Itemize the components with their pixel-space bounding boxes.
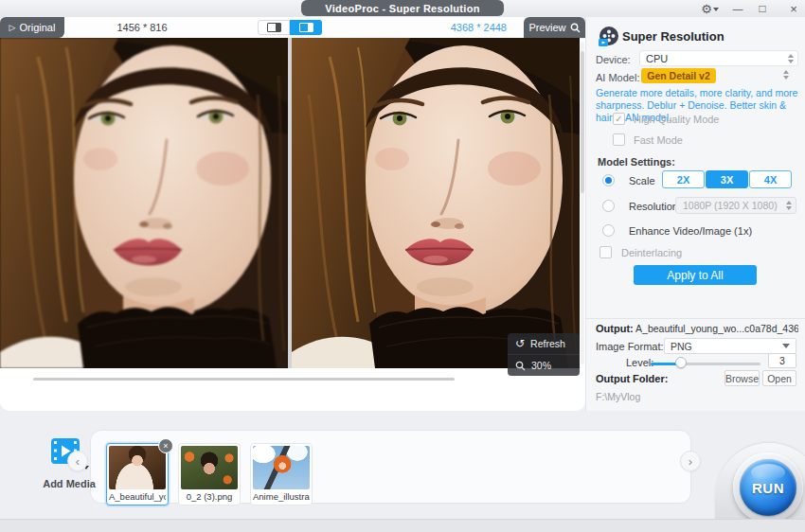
check-icon: ✓ [615,114,622,124]
image-format-label: Image Format: [596,341,664,352]
tab-original[interactable]: ▷ Original [0,17,64,38]
dropdown-caret-icon [782,344,790,348]
zoom-level-value: 30% [531,360,551,371]
zoom-magnifier-icon [515,361,526,371]
scale-3x-button[interactable]: 3X [706,170,748,188]
preview-zoom-overlay: ↺ Refresh 30% [508,333,580,376]
scale-options: 2X 3X 4X [662,170,792,188]
browse-button[interactable]: Browse [724,370,760,386]
apply-to-all-button[interactable]: Apply to All [634,265,757,285]
settings-caret-icon [713,8,719,11]
fast-mode-checkbox[interactable] [613,133,625,146]
output-resolution: 4368 * 2448 [407,17,507,38]
run-button-bezel: RUN [733,452,803,523]
output-label: Output: [596,323,634,334]
media-caption-1: A_beautiful_young [109,491,166,502]
original-resolution: 1456 * 816 [90,17,194,38]
high-quality-label: High Quality Mode [634,114,720,125]
ai-model-badge[interactable]: Gen Detail v2 [641,68,716,83]
zoom-level-button[interactable]: 30% [508,354,580,376]
level-value[interactable]: 3 [768,353,796,368]
output-filename: A_beautiful_young_wo...c0a78d_4368x2448.… [635,323,798,334]
chevron-left-icon: ‹ [76,454,80,469]
view-mode-toggles [258,20,322,35]
super-resolution-icon [596,25,620,49]
enhance-label: Enhance Video/Image (1x) [629,225,752,237]
deinterlacing-checkbox[interactable] [599,246,612,258]
vertical-scrollbar[interactable] [581,42,584,364]
scale-label: Scale [629,175,655,186]
refresh-button[interactable]: ↺ Refresh [508,333,580,354]
resolution-select[interactable]: 1080P (1920 X 1080) [675,197,796,214]
refresh-label: Refresh [530,338,565,349]
image-format-select[interactable]: PNG [664,338,796,354]
output-folder-label: Output Folder: [596,373,668,384]
run-button[interactable]: RUN [740,459,796,516]
horizontal-scrollbar[interactable] [33,378,455,381]
preview-toolbar: ▷ Original 1456 * 816 4368 * 2448 Previe… [0,17,585,39]
output-filename-line: Output: A_beautiful_young_wo...c0a78d_43… [596,323,798,334]
vertical-scrollbar-thumb[interactable] [581,51,584,193]
device-value: CPU [640,53,668,64]
resolution-radio[interactable] [602,200,615,212]
model-settings-label: Model Settings: [598,156,675,168]
refresh-icon: ↺ [515,338,525,349]
media-item-1[interactable]: A_beautiful_young × [106,443,169,505]
level-label: Level: [626,357,653,368]
settings-sidebar: Super Resolution Device: CPU AI Model: G… [585,17,805,411]
media-caption-2: 0_2 (3).png [181,491,238,502]
app-window: VideoProc - Super Resolution ⚙ — □ × ▷ O… [0,0,805,532]
tab-preview[interactable]: Preview [524,17,585,38]
resolution-stepper-icon [786,201,792,210]
single-view-icon [267,23,281,32]
remove-media-icon[interactable]: × [158,438,173,453]
preview-panel: ▷ Original 1456 * 816 4368 * 2448 Previe… [0,17,585,411]
deinterlacing-label: Deinterlacing [621,247,682,258]
device-stepper-icon[interactable] [788,54,794,63]
split-view-toggle[interactable] [290,20,322,35]
split-view-icon [299,23,313,32]
resolution-value: 1080P (1920 X 1080) [683,200,778,211]
output-folder-path: F:\MyVlog [596,391,640,402]
enhance-radio[interactable] [602,224,615,237]
add-media-label: Add Media [38,478,100,489]
high-quality-checkbox[interactable]: ✓ [613,113,625,125]
device-select[interactable]: CPU [639,50,798,66]
media-thumbnail-1 [109,446,166,489]
maximize-button[interactable]: □ [754,0,771,17]
scroll-left-button[interactable]: ‹ [67,451,88,471]
chevron-right-icon: › [689,454,692,469]
status-strip [0,519,805,532]
scroll-right-button[interactable]: › [680,451,701,471]
close-button[interactable]: × [785,0,802,17]
level-slider-track[interactable] [651,363,760,365]
ai-model-label: AI Model: [596,72,639,83]
ai-model-stepper-icon[interactable] [783,70,789,80]
window-title: VideoProc - Super Resolution [301,0,504,16]
resolution-label: Resolution [629,201,678,212]
media-caption-3: Anime_illustration [253,491,310,502]
media-item-2[interactable]: 0_2 (3).png [178,443,241,505]
sidebar-divider [586,318,805,319]
sidebar-title: Super Resolution [622,29,724,44]
level-slider-handle[interactable] [675,357,687,368]
device-label: Device: [596,54,631,65]
image-format-value: PNG [671,341,692,352]
play-icon: ▷ [9,23,16,32]
original-image[interactable] [0,38,288,368]
media-item-3[interactable]: Anime_illustration [250,443,313,505]
original-tab-label: Original [20,22,56,33]
preview-tab-label: Preview [528,22,565,33]
media-thumbnail-3 [253,446,310,489]
scale-4x-button[interactable]: 4X [749,170,792,188]
minimize-button[interactable]: — [729,0,746,17]
fast-mode-label: Fast Mode [634,134,683,146]
scale-radio[interactable] [602,174,615,186]
enhanced-image[interactable] [292,38,580,368]
media-thumbnail-2 [181,446,238,489]
scale-2x-button[interactable]: 2X [662,170,705,188]
open-button[interactable]: Open [762,370,796,386]
single-view-toggle[interactable] [258,20,290,35]
magnifier-icon [570,23,581,33]
